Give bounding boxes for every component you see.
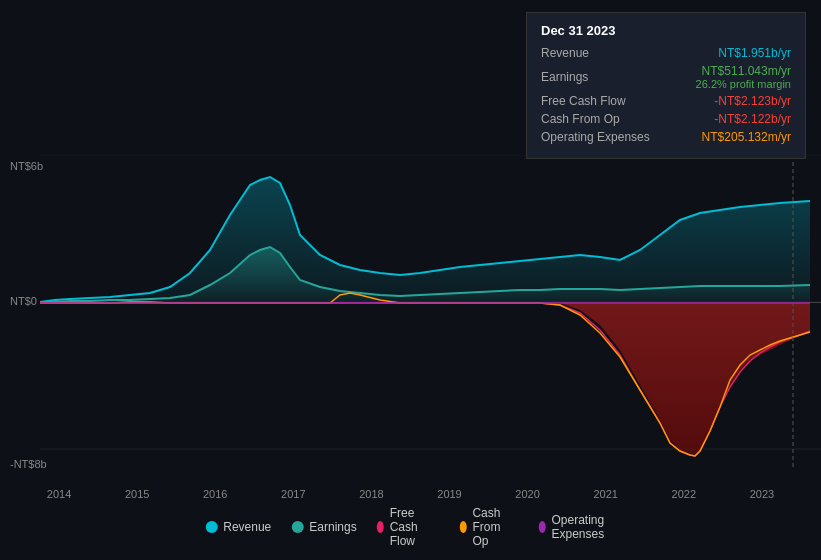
x-axis: 2014 2015 2016 2017 2018 2019 2020 2021 … bbox=[0, 488, 821, 500]
tooltip-date: Dec 31 2023 bbox=[541, 23, 791, 38]
legend-cfo[interactable]: Cash From Op bbox=[459, 506, 518, 548]
x-label-2021: 2021 bbox=[593, 488, 617, 500]
opex-dot bbox=[538, 521, 545, 533]
x-label-2014: 2014 bbox=[47, 488, 71, 500]
revenue-dot bbox=[205, 521, 217, 533]
legend-cfo-label: Cash From Op bbox=[472, 506, 518, 548]
x-label-2016: 2016 bbox=[203, 488, 227, 500]
tooltip-box: Dec 31 2023 Revenue NT$1.951b/yr Earning… bbox=[526, 12, 806, 159]
tooltip-opex-row: Operating Expenses NT$205.132m/yr bbox=[541, 130, 791, 144]
fcf-value: -NT$2.123b/yr bbox=[714, 94, 791, 108]
cfo-dot bbox=[459, 521, 466, 533]
x-label-2019: 2019 bbox=[437, 488, 461, 500]
opex-label: Operating Expenses bbox=[541, 130, 650, 144]
revenue-label: Revenue bbox=[541, 46, 589, 60]
legend-revenue[interactable]: Revenue bbox=[205, 520, 271, 534]
fcf-dot bbox=[377, 521, 384, 533]
x-label-2017: 2017 bbox=[281, 488, 305, 500]
x-label-2015: 2015 bbox=[125, 488, 149, 500]
x-label-2022: 2022 bbox=[672, 488, 696, 500]
fcf-label: Free Cash Flow bbox=[541, 94, 626, 108]
cfo-value: -NT$2.122b/yr bbox=[714, 112, 791, 126]
legend-fcf-label: Free Cash Flow bbox=[390, 506, 440, 548]
profit-margin: 26.2% profit margin bbox=[696, 78, 791, 90]
tooltip-fcf-row: Free Cash Flow -NT$2.123b/yr bbox=[541, 94, 791, 108]
earnings-value: NT$511.043m/yr 26.2% profit margin bbox=[696, 64, 791, 90]
x-label-2023: 2023 bbox=[750, 488, 774, 500]
tooltip-cfo-row: Cash From Op -NT$2.122b/yr bbox=[541, 112, 791, 126]
revenue-value: NT$1.951b/yr bbox=[718, 46, 791, 60]
cfo-label: Cash From Op bbox=[541, 112, 620, 126]
legend-fcf[interactable]: Free Cash Flow bbox=[377, 506, 440, 548]
earnings-label: Earnings bbox=[541, 70, 588, 84]
legend-opex-label: Operating Expenses bbox=[551, 513, 615, 541]
tooltip-earnings-row: Earnings NT$511.043m/yr 26.2% profit mar… bbox=[541, 64, 791, 90]
legend-revenue-label: Revenue bbox=[223, 520, 271, 534]
tooltip-revenue-row: Revenue NT$1.951b/yr bbox=[541, 46, 791, 60]
chart-svg bbox=[0, 155, 821, 470]
chart-container: Dec 31 2023 Revenue NT$1.951b/yr Earning… bbox=[0, 0, 821, 560]
chart-legend: Revenue Earnings Free Cash Flow Cash Fro… bbox=[205, 506, 616, 548]
x-label-2020: 2020 bbox=[515, 488, 539, 500]
earnings-dot bbox=[291, 521, 303, 533]
legend-opex[interactable]: Operating Expenses bbox=[538, 513, 615, 541]
x-label-2018: 2018 bbox=[359, 488, 383, 500]
opex-value: NT$205.132m/yr bbox=[702, 130, 791, 144]
legend-earnings-label: Earnings bbox=[309, 520, 356, 534]
legend-earnings[interactable]: Earnings bbox=[291, 520, 356, 534]
